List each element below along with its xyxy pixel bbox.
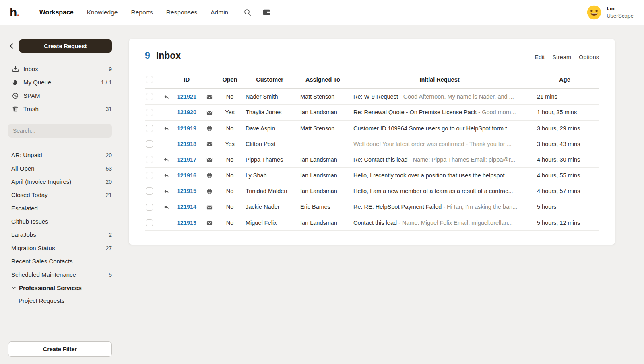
nav-item-workspace[interactable]: Workspace (39, 9, 74, 16)
sidebar-filter-migration-status[interactable]: Migration Status27 (8, 241, 112, 255)
request-subject: Well done! Your latest order was confirm… (353, 141, 464, 147)
row-checkbox[interactable] (146, 93, 153, 100)
sidebar-item-project-requests[interactable]: Project Requests (8, 294, 112, 306)
request-subject: Customer ID 109964 Some users go to our … (353, 125, 512, 132)
channel-cell (201, 152, 217, 167)
col-header-request[interactable]: Initial Request (349, 72, 530, 89)
sidebar-filter-github-issues[interactable]: Github Issues (8, 215, 112, 228)
options-link[interactable]: Options (579, 54, 599, 60)
sidebar-group-professional-services[interactable]: Professional Services (8, 281, 112, 294)
request-id-link[interactable]: 121916 (177, 172, 196, 179)
table-row[interactable]: 121918YesClifton PostWell done! Your lat… (145, 136, 599, 152)
request-preview: - Name: Pippa Thames Email: pippa@r... (408, 156, 516, 163)
sidebar-filter-larajobs[interactable]: LaraJobs2 (8, 228, 112, 241)
request-id-link[interactable]: 121914 (177, 204, 196, 210)
customer-name: Jackie Nader (242, 199, 297, 215)
nav-item-reports[interactable]: Reports (131, 9, 153, 16)
row-checkbox[interactable] (146, 140, 153, 148)
table-row[interactable]: 121915NoTrinidad MaldenIan LandsmanHello… (145, 183, 599, 199)
channel-cell (201, 105, 217, 120)
id-cell: 121920 (172, 105, 201, 120)
edit-link[interactable]: Edit (535, 54, 545, 60)
table-row[interactable]: 121919NoDave AspinMatt StensonCustomer I… (145, 120, 599, 136)
filter-count: 5 (109, 271, 112, 278)
sidebar-filter-closed-today[interactable]: Closed Today21 (8, 188, 112, 202)
create-request-button[interactable]: Create Request (19, 39, 112, 53)
select-all-checkbox[interactable] (146, 76, 153, 83)
request-age: 4 hours, 55 mins (530, 168, 599, 183)
table-row[interactable]: 121920YesThaylia JonesIan LandsmanRe: Re… (145, 105, 599, 120)
col-header-assigned[interactable]: Assigned To (297, 72, 349, 89)
row-checkbox[interactable] (146, 109, 153, 116)
sidebar-filter-april-invoice-inquires[interactable]: April (Invoice Inquires)20 (8, 175, 112, 188)
wallet-icon[interactable] (262, 8, 271, 16)
filter-list: AR: Unpaid20All Open53April (Invoice Inq… (8, 148, 112, 281)
request-id-link[interactable]: 121921 (177, 93, 196, 100)
customer-name: Ly Shah (242, 168, 297, 183)
row-checkbox[interactable] (146, 125, 153, 132)
web-icon (206, 189, 213, 195)
sidebar-item-trash[interactable]: Trash31 (8, 102, 112, 115)
col-header-age[interactable]: Age (530, 72, 599, 89)
request-id-link[interactable]: 121918 (177, 141, 196, 147)
stream-link[interactable]: Stream (552, 54, 571, 60)
initial-request: Re: Contact this lead - Name: Pippa Tham… (349, 152, 530, 167)
sidebar-item-inbox[interactable]: Inbox9 (8, 62, 112, 76)
assigned-to: Ian Landsman (297, 105, 349, 120)
request-preview: - Thank you for ... (464, 141, 511, 147)
request-id-link[interactable]: 121920 (177, 109, 196, 115)
table-row[interactable]: 121913NoMiguel FelixIan LandsmanContact … (145, 215, 599, 230)
row-checkbox[interactable] (146, 172, 153, 179)
sidebar-item-my-queue[interactable]: My Queue1 / 1 (8, 76, 112, 89)
customer-name: Nader Smith (242, 89, 297, 105)
request-id-link[interactable]: 121919 (177, 125, 196, 132)
sidebar-group: Professional Services Project Requests (8, 281, 112, 306)
initial-request: Customer ID 109964 Some users go to our … (349, 120, 530, 136)
create-filter-button[interactable]: Create Filter (8, 341, 112, 357)
col-header-open[interactable]: Open (217, 72, 242, 89)
id-cell: 121916 (172, 168, 201, 183)
filter-label: All Open (11, 165, 105, 172)
row-checkbox[interactable] (146, 156, 153, 163)
sidebar-item-spam[interactable]: SPAM (8, 89, 112, 102)
main-area: 9 Inbox Edit Stream Options ID (121, 25, 644, 364)
request-id-link[interactable]: 121913 (177, 220, 196, 226)
user-menu[interactable]: Ian UserScape (587, 5, 634, 20)
filter-count: 20 (105, 152, 112, 158)
row-checkbox-cell (145, 152, 160, 167)
sidebar-filter-escalated[interactable]: Escalated (8, 202, 112, 215)
nav-item-admin[interactable]: Admin (211, 9, 228, 16)
email-icon (206, 94, 213, 100)
request-id-link[interactable]: 121917 (177, 156, 196, 163)
inbox-icon (12, 66, 19, 72)
nav-item-knowledge[interactable]: Knowledge (87, 9, 118, 16)
row-checkbox[interactable] (146, 219, 153, 226)
channel-cell (201, 120, 217, 136)
sidebar-item-count: 1 / 1 (101, 79, 112, 86)
table-row[interactable]: 121917NoPippa ThamesIan LandsmanRe: Cont… (145, 152, 599, 167)
table-row[interactable]: 121914NoJackie NaderEric BarnesRe: RE: H… (145, 199, 599, 215)
nav-item-responses[interactable]: Responses (166, 9, 198, 16)
sidebar-filter-all-open[interactable]: All Open53 (8, 162, 112, 175)
row-checkbox[interactable] (146, 187, 153, 195)
row-checkbox-cell (145, 215, 160, 230)
table-row[interactable]: 121921NoNader SmithMatt StensonRe: W-9 R… (145, 89, 599, 105)
request-subject: Contact this lead (353, 220, 397, 226)
logo[interactable]: h. (10, 6, 20, 19)
sidebar-item-label: Inbox (23, 66, 109, 72)
channel-cell (201, 183, 217, 199)
filter-count: 27 (105, 245, 112, 251)
table-row[interactable]: 121916NoLy ShahIan LandsmanHello, I rece… (145, 168, 599, 183)
sidebar-filter-recent-sales-contacts[interactable]: Recent Sales Contacts (8, 255, 112, 268)
request-id-link[interactable]: 121915 (177, 188, 196, 194)
row-checkbox[interactable] (146, 204, 153, 211)
row-checkbox-cell (145, 183, 160, 199)
sidebar-collapse-button[interactable] (8, 43, 15, 49)
sidebar-filter-scheduled-maintenance[interactable]: Scheduled Maintenance5 (8, 268, 112, 281)
col-header-id[interactable]: ID (172, 72, 201, 89)
sidebar-filter-ar-unpaid[interactable]: AR: Unpaid20 (8, 148, 112, 162)
request-age: 3 hours, 43 mins (530, 136, 599, 152)
sidebar-search-input[interactable] (8, 124, 112, 138)
col-header-customer[interactable]: Customer (242, 72, 297, 89)
search-icon[interactable] (244, 8, 252, 16)
